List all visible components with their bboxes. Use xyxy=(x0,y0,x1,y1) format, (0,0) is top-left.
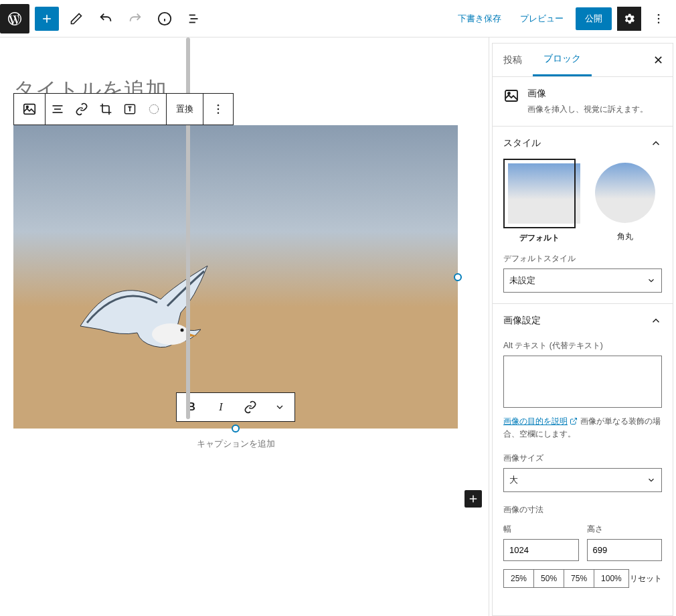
style-panel-toggle[interactable]: スタイル xyxy=(503,137,662,149)
block-toolbar: 置換 xyxy=(13,93,234,125)
caption-more-button[interactable] xyxy=(265,393,294,421)
default-style-select[interactable]: 未設定 xyxy=(503,268,662,293)
save-draft-button[interactable]: 下書き保存 xyxy=(451,9,508,29)
top-toolbar: 下書き保存 プレビュー 公開 xyxy=(0,0,676,37)
style-thumb-default xyxy=(508,163,580,224)
svg-point-10 xyxy=(658,21,660,23)
image-settings-toggle[interactable]: 画像設定 xyxy=(503,315,662,327)
caption-toolbar: B I xyxy=(176,392,295,422)
settings-button[interactable] xyxy=(617,7,641,31)
caption-link-button[interactable] xyxy=(236,393,265,421)
chevron-down-icon xyxy=(647,276,656,285)
dimensions-label: 画像の寸法 xyxy=(503,504,662,516)
svg-point-17 xyxy=(149,104,158,113)
chevron-up-icon xyxy=(650,137,662,149)
image-size-select[interactable]: 大 xyxy=(503,468,662,492)
svg-point-8 xyxy=(658,13,660,15)
preview-button[interactable]: プレビュー xyxy=(513,9,570,29)
alt-help-link[interactable]: 画像の目的を説明 xyxy=(503,416,568,426)
publish-button[interactable]: 公開 xyxy=(576,7,612,30)
svg-point-12 xyxy=(26,106,28,108)
default-style-label: デフォルトスタイル xyxy=(503,253,662,264)
alt-text-label: Alt テキスト (代替テキスト) xyxy=(503,340,662,352)
redo-button[interactable] xyxy=(123,7,147,31)
outline-button[interactable] xyxy=(182,7,206,31)
edit-mode-button[interactable] xyxy=(64,7,88,31)
svg-point-9 xyxy=(658,17,660,19)
scale-50-button[interactable]: 50% xyxy=(533,569,564,588)
sidebar-tabs: 投稿 ブロック ✕ xyxy=(493,44,673,77)
main-area: 置換 B I キ xyxy=(0,37,676,616)
svg-point-20 xyxy=(218,112,220,114)
resize-handle-right[interactable] xyxy=(454,273,462,281)
add-block-button[interactable] xyxy=(35,7,59,31)
style-option-rounded[interactable]: 角丸 xyxy=(589,159,661,244)
svg-point-18 xyxy=(218,104,220,106)
wordpress-logo[interactable] xyxy=(0,4,29,33)
tab-block[interactable]: ブロック xyxy=(533,44,592,76)
alt-text-input[interactable] xyxy=(503,356,662,408)
caption-input[interactable]: キャプションを追加 xyxy=(13,438,458,450)
image-settings-panel: 画像設定 Alt テキスト (代替テキスト) 画像の目的を説明 画像が単なる装飾… xyxy=(493,304,673,599)
italic-button[interactable]: I xyxy=(206,393,236,421)
svg-point-26 xyxy=(508,92,510,94)
block-type-button[interactable] xyxy=(14,94,46,125)
image-content[interactable] xyxy=(13,125,458,429)
reset-button[interactable]: リセット xyxy=(630,573,662,585)
editor-canvas: 置換 B I キ xyxy=(0,37,489,616)
style-thumb-rounded xyxy=(595,163,655,223)
style-label-default: デフォルト xyxy=(503,232,576,244)
svg-point-22 xyxy=(181,329,184,332)
settings-sidebar: 投稿 ブロック ✕ 画像 画像を挿入し、視覚に訴えます。 スタイル デフォ xyxy=(489,37,676,616)
svg-point-21 xyxy=(152,323,189,345)
add-block-inline-button[interactable] xyxy=(464,490,482,508)
text-overlay-button[interactable] xyxy=(118,94,142,125)
more-menu-button[interactable] xyxy=(647,7,671,31)
image-block[interactable]: B I xyxy=(13,125,458,429)
svg-rect-25 xyxy=(505,90,517,101)
external-link-icon xyxy=(570,417,578,425)
style-option-default[interactable]: デフォルト xyxy=(503,159,576,244)
top-right-tools: 下書き保存 プレビュー 公開 xyxy=(451,7,671,31)
style-panel: スタイル デフォルト 角丸 デフォルトスタイル 未設定 xyxy=(493,127,673,304)
chevron-up-icon xyxy=(650,315,662,327)
svg-line-27 xyxy=(573,418,577,422)
height-label: 高さ xyxy=(587,524,663,535)
duotone-button[interactable] xyxy=(142,94,166,125)
image-settings-heading: 画像設定 xyxy=(503,315,541,327)
tab-post[interactable]: 投稿 xyxy=(493,45,533,76)
replace-button[interactable]: 置換 xyxy=(167,94,203,125)
chevron-down-icon xyxy=(647,475,656,485)
block-more-button[interactable] xyxy=(203,94,233,125)
close-sidebar-button[interactable]: ✕ xyxy=(644,53,673,68)
block-description: 画像を挿入し、視覚に訴えます。 xyxy=(527,104,648,115)
scale-75-button[interactable]: 75% xyxy=(564,569,594,588)
svg-rect-11 xyxy=(24,104,35,114)
info-button[interactable] xyxy=(153,7,177,31)
image-icon xyxy=(503,88,519,104)
link-button[interactable] xyxy=(70,94,94,125)
image-size-label: 画像サイズ xyxy=(503,453,662,464)
height-input[interactable] xyxy=(587,539,663,561)
scale-25-button[interactable]: 25% xyxy=(503,569,534,588)
block-card: 画像 画像を挿入し、視覚に訴えます。 xyxy=(493,77,673,127)
undo-button[interactable] xyxy=(94,7,118,31)
resize-handle-bottom[interactable] xyxy=(232,425,240,433)
bird-illustration xyxy=(74,259,248,380)
alt-help: 画像の目的を説明 画像が単なる装飾の場合、空欄にします。 xyxy=(503,415,662,441)
align-button[interactable] xyxy=(46,94,70,125)
block-title: 画像 xyxy=(527,88,648,100)
scale-100-button[interactable]: 100% xyxy=(594,569,629,588)
style-heading: スタイル xyxy=(503,137,541,149)
width-input[interactable] xyxy=(503,539,579,561)
top-left-tools xyxy=(35,7,206,31)
width-label: 幅 xyxy=(503,524,579,535)
style-label-rounded: 角丸 xyxy=(589,231,661,242)
crop-button[interactable] xyxy=(94,94,118,125)
svg-point-19 xyxy=(218,108,220,110)
bold-button[interactable]: B xyxy=(177,393,206,421)
